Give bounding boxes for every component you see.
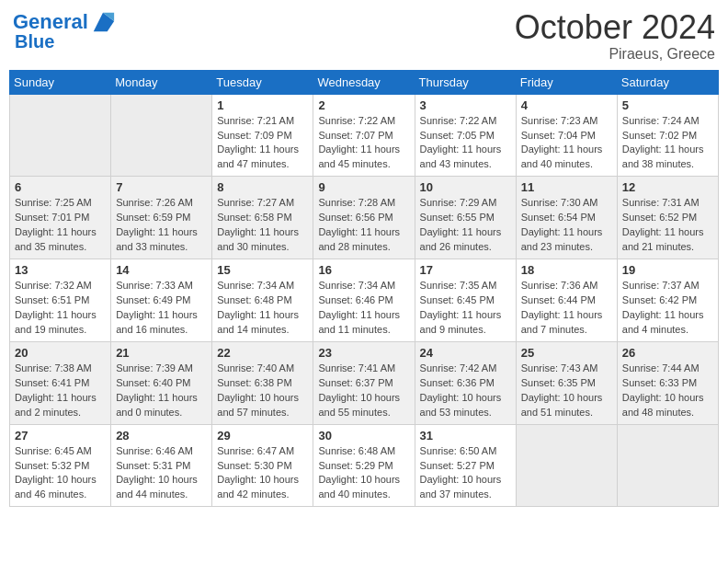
calendar-cell: 19Sunrise: 7:37 AMSunset: 6:42 PMDayligh… [617,259,718,342]
day-info: Sunrise: 7:37 AMSunset: 6:42 PMDaylight:… [622,279,713,338]
calendar-cell: 30Sunrise: 6:48 AMSunset: 5:29 PMDayligh… [313,424,415,507]
day-info: Sunrise: 7:29 AMSunset: 6:55 PMDaylight:… [420,196,511,255]
calendar-cell: 16Sunrise: 7:34 AMSunset: 6:46 PMDayligh… [313,259,415,342]
day-info: Sunrise: 7:24 AMSunset: 7:02 PMDaylight:… [622,114,713,173]
day-number: 24 [420,346,511,360]
day-number: 17 [420,263,511,277]
day-info: Sunrise: 6:46 AMSunset: 5:31 PMDaylight:… [116,444,207,503]
calendar-cell: 1Sunrise: 7:21 AMSunset: 7:09 PMDaylight… [212,94,313,177]
day-number: 28 [116,429,207,442]
calendar-cell: 10Sunrise: 7:29 AMSunset: 6:55 PMDayligh… [415,177,516,259]
day-info: Sunrise: 7:22 AMSunset: 7:07 PMDaylight:… [318,114,409,173]
calendar-cell: 22Sunrise: 7:40 AMSunset: 6:38 PMDayligh… [212,341,313,424]
calendar-cell: 24Sunrise: 7:42 AMSunset: 6:36 PMDayligh… [415,341,516,424]
calendar-cell: 7Sunrise: 7:26 AMSunset: 6:59 PMDaylight… [111,177,212,259]
calendar-cell: 15Sunrise: 7:34 AMSunset: 6:48 PMDayligh… [212,259,313,342]
weekday-header-monday: Monday [111,70,212,94]
day-info: Sunrise: 7:34 AMSunset: 6:46 PMDaylight:… [318,279,409,338]
calendar-cell [10,94,111,177]
day-number: 30 [318,429,409,442]
calendar-cell [516,424,617,507]
calendar-cell: 4Sunrise: 7:23 AMSunset: 7:04 PMDaylight… [516,94,617,177]
day-number: 19 [622,263,713,277]
calendar-cell: 28Sunrise: 6:46 AMSunset: 5:31 PMDayligh… [111,424,212,507]
location: Piraeus, Greece [515,46,715,63]
calendar-cell: 29Sunrise: 6:47 AMSunset: 5:30 PMDayligh… [212,424,313,507]
weekday-header-tuesday: Tuesday [212,70,313,94]
calendar-week-5: 27Sunrise: 6:45 AMSunset: 5:32 PMDayligh… [10,424,719,507]
day-number: 23 [318,346,409,360]
day-number: 18 [521,263,612,277]
day-number: 20 [15,346,106,360]
day-number: 4 [521,98,612,112]
day-number: 15 [217,263,308,277]
calendar-cell: 14Sunrise: 7:33 AMSunset: 6:49 PMDayligh… [111,259,212,342]
calendar-cell: 25Sunrise: 7:43 AMSunset: 6:35 PMDayligh… [516,341,617,424]
day-info: Sunrise: 7:40 AMSunset: 6:38 PMDaylight:… [217,362,308,420]
day-number: 13 [15,263,106,277]
weekday-header-thursday: Thursday [415,70,516,94]
day-number: 26 [622,346,713,360]
calendar-cell [111,94,212,177]
day-number: 29 [217,429,308,442]
day-info: Sunrise: 7:44 AMSunset: 6:33 PMDaylight:… [622,362,713,420]
calendar-cell: 31Sunrise: 6:50 AMSunset: 5:27 PMDayligh… [415,424,516,507]
calendar-week-4: 20Sunrise: 7:38 AMSunset: 6:41 PMDayligh… [10,341,719,424]
day-info: Sunrise: 7:32 AMSunset: 6:51 PMDaylight:… [15,279,106,338]
day-info: Sunrise: 7:23 AMSunset: 7:04 PMDaylight:… [521,114,612,173]
calendar-cell: 20Sunrise: 7:38 AMSunset: 6:41 PMDayligh… [10,341,111,424]
day-info: Sunrise: 7:31 AMSunset: 6:52 PMDaylight:… [622,196,713,255]
calendar-cell: 3Sunrise: 7:22 AMSunset: 7:05 PMDaylight… [415,94,516,177]
day-info: Sunrise: 6:47 AMSunset: 5:30 PMDaylight:… [217,444,308,503]
title-block: October 2024 Piraeus, Greece [515,9,715,63]
calendar-week-2: 6Sunrise: 7:25 AMSunset: 7:01 PMDaylight… [10,177,719,259]
calendar-cell: 11Sunrise: 7:30 AMSunset: 6:54 PMDayligh… [516,177,617,259]
logo-text: General [13,11,88,33]
calendar-cell: 13Sunrise: 7:32 AMSunset: 6:51 PMDayligh… [10,259,111,342]
calendar-week-3: 13Sunrise: 7:32 AMSunset: 6:51 PMDayligh… [10,259,719,342]
calendar-cell: 18Sunrise: 7:36 AMSunset: 6:44 PMDayligh… [516,259,617,342]
calendar-cell: 12Sunrise: 7:31 AMSunset: 6:52 PMDayligh… [617,177,718,259]
logo: General Blue [13,9,116,52]
day-info: Sunrise: 7:26 AMSunset: 6:59 PMDaylight:… [116,196,207,255]
day-info: Sunrise: 7:43 AMSunset: 6:35 PMDaylight:… [521,362,612,420]
calendar-cell: 17Sunrise: 7:35 AMSunset: 6:45 PMDayligh… [415,259,516,342]
calendar-cell: 6Sunrise: 7:25 AMSunset: 7:01 PMDaylight… [10,177,111,259]
day-number: 1 [217,98,308,112]
day-number: 21 [116,346,207,360]
calendar-week-1: 1Sunrise: 7:21 AMSunset: 7:09 PMDaylight… [10,94,719,177]
calendar-cell: 5Sunrise: 7:24 AMSunset: 7:02 PMDaylight… [617,94,718,177]
day-info: Sunrise: 7:33 AMSunset: 6:49 PMDaylight:… [116,279,207,338]
calendar-cell: 27Sunrise: 6:45 AMSunset: 5:32 PMDayligh… [10,424,111,507]
day-number: 22 [217,346,308,360]
day-info: Sunrise: 7:42 AMSunset: 6:36 PMDaylight:… [420,362,511,420]
day-number: 11 [521,180,612,194]
weekday-header-row: SundayMondayTuesdayWednesdayThursdayFrid… [10,70,719,94]
month-title: October 2024 [515,9,715,46]
weekday-header-wednesday: Wednesday [313,70,415,94]
day-info: Sunrise: 7:41 AMSunset: 6:37 PMDaylight:… [318,362,409,420]
day-info: Sunrise: 7:28 AMSunset: 6:56 PMDaylight:… [318,196,409,255]
day-number: 8 [217,180,308,194]
weekday-header-friday: Friday [516,70,617,94]
day-info: Sunrise: 7:22 AMSunset: 7:05 PMDaylight:… [420,114,511,173]
day-number: 31 [420,429,511,442]
day-number: 3 [420,98,511,112]
weekday-header-sunday: Sunday [10,70,111,94]
day-number: 7 [116,180,207,194]
day-number: 9 [318,180,409,194]
day-info: Sunrise: 7:34 AMSunset: 6:48 PMDaylight:… [217,279,308,338]
day-info: Sunrise: 6:45 AMSunset: 5:32 PMDaylight:… [15,444,106,503]
day-info: Sunrise: 7:39 AMSunset: 6:40 PMDaylight:… [116,362,207,420]
day-info: Sunrise: 7:36 AMSunset: 6:44 PMDaylight:… [521,279,612,338]
calendar-table: SundayMondayTuesdayWednesdayThursdayFrid… [9,70,719,508]
day-number: 6 [15,180,106,194]
day-info: Sunrise: 7:38 AMSunset: 6:41 PMDaylight:… [15,362,106,420]
day-number: 5 [622,98,713,112]
day-info: Sunrise: 6:48 AMSunset: 5:29 PMDaylight:… [318,444,409,503]
day-number: 27 [15,429,106,442]
day-number: 16 [318,263,409,277]
calendar-cell: 9Sunrise: 7:28 AMSunset: 6:56 PMDaylight… [313,177,415,259]
calendar-cell: 8Sunrise: 7:27 AMSunset: 6:58 PMDaylight… [212,177,313,259]
day-info: Sunrise: 7:25 AMSunset: 7:01 PMDaylight:… [15,196,106,255]
